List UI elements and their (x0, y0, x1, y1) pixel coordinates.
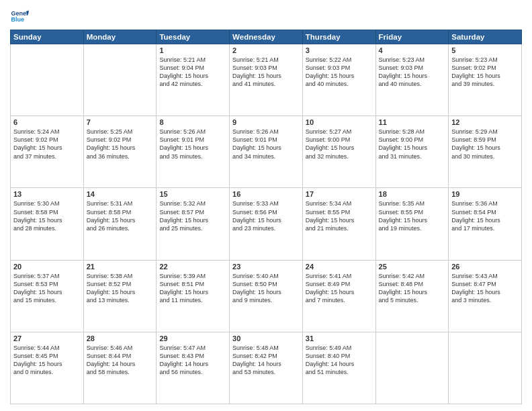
day-info: Sunrise: 5:28 AM Sunset: 9:00 PM Dayligh… (379, 128, 446, 161)
calendar-cell: 22Sunrise: 5:39 AM Sunset: 8:51 PM Dayli… (157, 260, 230, 332)
day-number: 26 (451, 263, 519, 271)
day-number: 21 (87, 263, 154, 271)
calendar-cell: 6Sunrise: 5:24 AM Sunset: 9:02 PM Daylig… (11, 116, 84, 188)
page: General Blue SundayMondayTuesdayWednesda… (0, 0, 532, 411)
day-info: Sunrise: 5:30 AM Sunset: 8:58 PM Dayligh… (13, 199, 81, 232)
day-info: Sunrise: 5:41 AM Sunset: 8:49 PM Dayligh… (306, 272, 373, 305)
calendar-header-row: SundayMondayTuesdayWednesdayThursdayFrid… (11, 30, 522, 44)
day-number: 9 (232, 118, 300, 126)
day-number: 28 (87, 334, 154, 342)
header: General Blue (10, 7, 522, 26)
calendar-cell: 23Sunrise: 5:40 AM Sunset: 8:50 PM Dayli… (230, 260, 303, 332)
day-number: 11 (379, 118, 446, 126)
day-number: 27 (13, 334, 81, 342)
calendar-cell: 12Sunrise: 5:29 AM Sunset: 8:59 PM Dayli… (449, 116, 522, 188)
calendar-cell: 20Sunrise: 5:37 AM Sunset: 8:53 PM Dayli… (11, 260, 84, 332)
day-info: Sunrise: 5:31 AM Sunset: 8:58 PM Dayligh… (87, 199, 154, 232)
calendar-cell: 18Sunrise: 5:35 AM Sunset: 8:55 PM Dayli… (375, 188, 449, 260)
day-number: 3 (306, 46, 373, 54)
day-number: 10 (306, 118, 373, 126)
day-info: Sunrise: 5:26 AM Sunset: 9:01 PM Dayligh… (232, 128, 300, 161)
calendar-cell: 16Sunrise: 5:33 AM Sunset: 8:56 PM Dayli… (230, 188, 303, 260)
day-number: 18 (379, 190, 446, 198)
day-info: Sunrise: 5:36 AM Sunset: 8:54 PM Dayligh… (451, 199, 519, 232)
calendar-cell: 1Sunrise: 5:21 AM Sunset: 9:04 PM Daylig… (157, 44, 230, 116)
day-info: Sunrise: 5:49 AM Sunset: 8:40 PM Dayligh… (306, 344, 373, 377)
day-info: Sunrise: 5:21 AM Sunset: 9:03 PM Dayligh… (232, 56, 300, 89)
day-info: Sunrise: 5:40 AM Sunset: 8:50 PM Dayligh… (232, 272, 300, 305)
calendar-cell (375, 332, 449, 404)
day-number: 19 (451, 190, 519, 198)
calendar-week-row: 27Sunrise: 5:44 AM Sunset: 8:45 PM Dayli… (11, 332, 522, 404)
calendar-cell (11, 44, 84, 116)
day-info: Sunrise: 5:35 AM Sunset: 8:55 PM Dayligh… (379, 199, 446, 232)
day-number: 6 (13, 118, 81, 126)
day-info: Sunrise: 5:23 AM Sunset: 9:03 PM Dayligh… (379, 56, 446, 89)
day-info: Sunrise: 5:47 AM Sunset: 8:43 PM Dayligh… (159, 344, 226, 377)
day-info: Sunrise: 5:29 AM Sunset: 8:59 PM Dayligh… (451, 128, 519, 161)
day-number: 31 (306, 334, 373, 342)
day-number: 12 (451, 118, 519, 126)
calendar-cell: 8Sunrise: 5:26 AM Sunset: 9:01 PM Daylig… (157, 116, 230, 188)
calendar-cell: 28Sunrise: 5:46 AM Sunset: 8:44 PM Dayli… (83, 332, 157, 404)
day-number: 24 (306, 263, 373, 271)
day-number: 30 (232, 334, 300, 342)
calendar-week-row: 20Sunrise: 5:37 AM Sunset: 8:53 PM Dayli… (11, 260, 522, 332)
day-number: 1 (159, 46, 226, 54)
calendar-cell (449, 332, 522, 404)
logo-icon: General Blue (10, 7, 29, 26)
day-info: Sunrise: 5:38 AM Sunset: 8:52 PM Dayligh… (87, 272, 154, 305)
calendar-cell: 24Sunrise: 5:41 AM Sunset: 8:49 PM Dayli… (302, 260, 375, 332)
day-number: 5 (451, 46, 519, 54)
day-number: 23 (232, 263, 300, 271)
calendar-day-header: Tuesday (157, 30, 230, 44)
day-info: Sunrise: 5:34 AM Sunset: 8:55 PM Dayligh… (306, 199, 373, 232)
day-info: Sunrise: 5:24 AM Sunset: 9:02 PM Dayligh… (13, 128, 81, 161)
day-info: Sunrise: 5:32 AM Sunset: 8:57 PM Dayligh… (159, 199, 226, 232)
day-info: Sunrise: 5:33 AM Sunset: 8:56 PM Dayligh… (232, 199, 300, 232)
day-number: 13 (13, 190, 81, 198)
day-number: 16 (232, 190, 300, 198)
day-number: 2 (232, 46, 300, 54)
calendar-cell: 7Sunrise: 5:25 AM Sunset: 9:02 PM Daylig… (83, 116, 157, 188)
calendar-cell: 13Sunrise: 5:30 AM Sunset: 8:58 PM Dayli… (11, 188, 84, 260)
day-info: Sunrise: 5:48 AM Sunset: 8:42 PM Dayligh… (232, 344, 300, 377)
calendar-day-header: Monday (83, 30, 157, 44)
day-number: 20 (13, 263, 81, 271)
day-info: Sunrise: 5:42 AM Sunset: 8:48 PM Dayligh… (379, 272, 446, 305)
calendar-cell: 19Sunrise: 5:36 AM Sunset: 8:54 PM Dayli… (449, 188, 522, 260)
day-number: 15 (159, 190, 226, 198)
calendar-cell: 5Sunrise: 5:23 AM Sunset: 9:02 PM Daylig… (449, 44, 522, 116)
calendar-week-row: 13Sunrise: 5:30 AM Sunset: 8:58 PM Dayli… (11, 188, 522, 260)
calendar-cell: 30Sunrise: 5:48 AM Sunset: 8:42 PM Dayli… (230, 332, 303, 404)
calendar-cell: 9Sunrise: 5:26 AM Sunset: 9:01 PM Daylig… (230, 116, 303, 188)
day-number: 4 (379, 46, 446, 54)
day-info: Sunrise: 5:37 AM Sunset: 8:53 PM Dayligh… (13, 272, 81, 305)
calendar-cell: 4Sunrise: 5:23 AM Sunset: 9:03 PM Daylig… (375, 44, 449, 116)
day-number: 22 (159, 263, 226, 271)
day-number: 17 (306, 190, 373, 198)
calendar-cell: 11Sunrise: 5:28 AM Sunset: 9:00 PM Dayli… (375, 116, 449, 188)
day-info: Sunrise: 5:39 AM Sunset: 8:51 PM Dayligh… (159, 272, 226, 305)
calendar-day-header: Sunday (11, 30, 84, 44)
day-number: 29 (159, 334, 226, 342)
day-info: Sunrise: 5:22 AM Sunset: 9:03 PM Dayligh… (306, 56, 373, 89)
calendar-table: SundayMondayTuesdayWednesdayThursdayFrid… (10, 30, 522, 404)
calendar-week-row: 6Sunrise: 5:24 AM Sunset: 9:02 PM Daylig… (11, 116, 522, 188)
calendar-cell: 26Sunrise: 5:43 AM Sunset: 8:47 PM Dayli… (449, 260, 522, 332)
calendar-cell: 15Sunrise: 5:32 AM Sunset: 8:57 PM Dayli… (157, 188, 230, 260)
calendar-day-header: Friday (375, 30, 449, 44)
calendar-day-header: Wednesday (230, 30, 303, 44)
calendar-cell: 21Sunrise: 5:38 AM Sunset: 8:52 PM Dayli… (83, 260, 157, 332)
calendar-cell: 29Sunrise: 5:47 AM Sunset: 8:43 PM Dayli… (157, 332, 230, 404)
calendar-cell (83, 44, 157, 116)
calendar-cell: 17Sunrise: 5:34 AM Sunset: 8:55 PM Dayli… (302, 188, 375, 260)
calendar-cell: 2Sunrise: 5:21 AM Sunset: 9:03 PM Daylig… (230, 44, 303, 116)
calendar-cell: 3Sunrise: 5:22 AM Sunset: 9:03 PM Daylig… (302, 44, 375, 116)
calendar-week-row: 1Sunrise: 5:21 AM Sunset: 9:04 PM Daylig… (11, 44, 522, 116)
calendar-cell: 25Sunrise: 5:42 AM Sunset: 8:48 PM Dayli… (375, 260, 449, 332)
day-number: 14 (87, 190, 154, 198)
day-number: 25 (379, 263, 446, 271)
calendar-cell: 10Sunrise: 5:27 AM Sunset: 9:00 PM Dayli… (302, 116, 375, 188)
day-info: Sunrise: 5:21 AM Sunset: 9:04 PM Dayligh… (159, 56, 226, 89)
